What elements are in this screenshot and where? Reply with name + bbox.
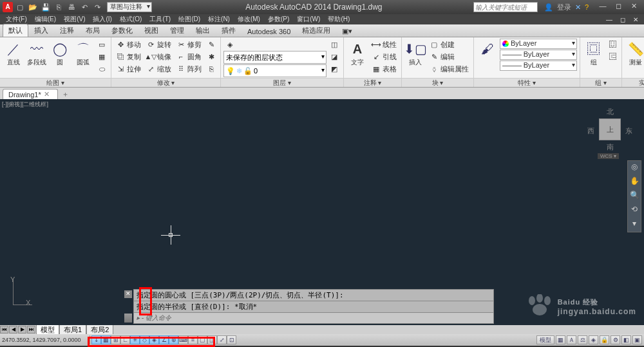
status-toggle-snp[interactable]: ▦ [101,335,111,344]
explode-button[interactable]: ✱ [205,51,218,62]
status-toggle-duc[interactable]: ⊕ [169,335,178,344]
doc-close-icon[interactable]: ✕ [630,16,641,23]
mirror-button[interactable]: ▲▽镜像 [144,51,173,62]
status-ann-icon[interactable]: Ａ [567,335,576,344]
match-prop-button[interactable]: 🖌 [477,39,498,58]
layer-current-combo[interactable]: 💡❄🔓0 [223,64,327,77]
copy-button[interactable]: ⿻复制 [114,51,143,62]
tab-expand-icon[interactable]: ▣▾ [336,25,358,37]
scale-button[interactable]: ⤢缩放 [144,63,173,75]
status-toggle-inf[interactable]: ↧ [91,335,101,344]
viewcube-east[interactable]: 东 [625,126,632,136]
cmd-close-icon[interactable]: ✕ [124,290,132,298]
menu-modify[interactable]: 修改(M) [234,15,263,24]
layer-iso-button[interactable]: ◫ [328,39,341,50]
exchange-icon[interactable]: ✕ [575,3,581,12]
menu-help[interactable]: 帮助(H) [325,15,353,24]
text-button[interactable]: A文字 [346,39,368,66]
groupedit-button[interactable]: ⿷ [606,51,619,62]
array-button[interactable]: ⠿阵列 [175,63,204,75]
doc-min-icon[interactable]: — [603,16,616,23]
viewcube-north[interactable]: 北 [607,107,614,117]
tab-apps[interactable]: 精选应用 [296,24,336,37]
command-input[interactable]: ▸ - 键入命令 [133,312,494,324]
viewcube-top[interactable]: 上 [599,118,621,140]
color-combo[interactable]: ByLayer [500,39,577,49]
status-toggle-lwt[interactable]: ≡ [188,335,198,344]
status-toggle-trn[interactable]: ▢ [198,335,207,344]
measure-button[interactable]: 📏测量 [625,39,644,66]
erase-button[interactable]: ✎ [205,39,218,50]
layer-off-button[interactable]: ◪ [328,51,341,62]
tab-manage[interactable]: 管理 [164,24,190,37]
cmd-grip-icon[interactable] [124,314,132,323]
panel-layer-label[interactable]: 图层 ▾ [221,78,343,87]
viewcube-west[interactable]: 西 [587,126,594,136]
menu-edit[interactable]: 编辑(E) [32,15,59,24]
qat-open-icon[interactable]: 📂 [27,1,39,13]
qat-print-icon[interactable]: 🖶 [66,1,77,13]
ellipse-button[interactable]: ⬭ [95,63,108,75]
minimize-icon[interactable]: — [595,2,611,12]
layout-1[interactable]: 布局1 [59,324,86,335]
close-icon[interactable]: ✕ [626,2,641,12]
qat-saveas-icon[interactable]: ⎘ [53,1,64,13]
maximize-icon[interactable]: ◻ [611,2,626,12]
tab-output[interactable]: 输出 [190,24,216,37]
nav-orbit-icon[interactable]: ⟲ [629,205,640,216]
status-toggle-grd[interactable]: ⊞ [111,335,120,344]
menu-format[interactable]: 格式(O) [117,15,145,24]
layout-2[interactable]: 布局2 [86,324,113,335]
lineweight-combo[interactable]: ——— ByLayer [500,50,577,60]
status-grid-icon[interactable]: ▦ [556,335,565,344]
qat-redo-icon[interactable]: ↷ [91,1,103,13]
menu-view[interactable]: 视图(V) [61,15,88,24]
layer-match-button[interactable]: ◩ [328,63,341,75]
layout-first-icon[interactable]: ⏮ [0,326,8,333]
status-hw-icon[interactable]: ⚙ [611,335,620,344]
fillet-button[interactable]: ⌐圆角 [175,51,204,62]
offset-button[interactable]: ⎘ [205,63,218,75]
dim-button[interactable]: ⟷线性 [370,39,399,50]
polyline-button[interactable]: 〰多段线 [26,39,48,66]
tab-a360[interactable]: Autodesk 360 [242,26,296,37]
panel-draw-label[interactable]: 绘图 ▾ [0,78,111,87]
status-coords[interactable]: 2470.3592, 1429.7097, 0.0000 [2,337,86,343]
tab-annotate[interactable]: 注释 [54,24,80,37]
viewcube-south[interactable]: 南 [607,142,614,152]
layout-model[interactable]: 模型 [36,324,59,335]
nav-show-icon[interactable]: ▾ [629,219,640,230]
status-toggle-trk[interactable]: ∠ [159,335,169,344]
panel-group-label[interactable]: 组 ▾ [580,78,621,87]
document-tab[interactable]: Drawing1*✕ [3,89,58,99]
nav-pan-icon[interactable]: ✋ [629,176,640,188]
login-icon[interactable]: 👤 [544,3,553,12]
hatch-button[interactable]: ▦ [95,51,108,62]
leader-button[interactable]: ↙引线 [370,51,399,62]
panel-annotate-label[interactable]: 注释 ▾ [344,78,401,87]
rect-button[interactable]: ▭ [95,39,108,50]
layout-next-icon[interactable]: ▶ [18,326,26,333]
qat-new-icon[interactable]: ▢ [14,1,26,13]
line-button[interactable]: ／直线 [3,39,24,66]
status-toggle-am[interactable]: ⊡ [227,335,236,344]
circle-button[interactable]: ◯圆 [49,39,71,66]
menu-param[interactable]: 参数(P) [265,15,292,24]
status-scale-icon[interactable]: ⚖ [578,335,587,344]
layout-prev-icon[interactable]: ◀ [9,326,17,333]
status-toggle-qp[interactable]: ◫ [207,335,217,344]
layer-state-button[interactable]: ◈ [223,39,327,50]
drawing-canvas[interactable]: [-][俯视][二维线框] YX 北 南 东 西 上 WCS ▾ ◎ ✋ 🔍 ⟲… [0,99,644,325]
table-button[interactable]: ▦表格 [370,63,399,75]
trim-button[interactable]: ✂修剪 [175,39,204,50]
status-toggle-dyn[interactable]: ⌨ [178,335,188,344]
workspace-combo[interactable]: 草图与注释 [107,2,152,12]
rotate-button[interactable]: ⟳旋转 [144,39,173,50]
model-space-button[interactable]: 模型 [536,335,554,344]
menu-draw[interactable]: 绘图(D) [175,15,204,24]
status-lock-icon[interactable]: 🔒 [600,335,609,344]
group-button[interactable]: ⿴组 [583,39,605,66]
qat-save-icon[interactable]: 💾 [40,1,52,13]
app-logo[interactable]: A [3,2,13,12]
status-toggle-3do[interactable]: ◈ [149,335,159,344]
